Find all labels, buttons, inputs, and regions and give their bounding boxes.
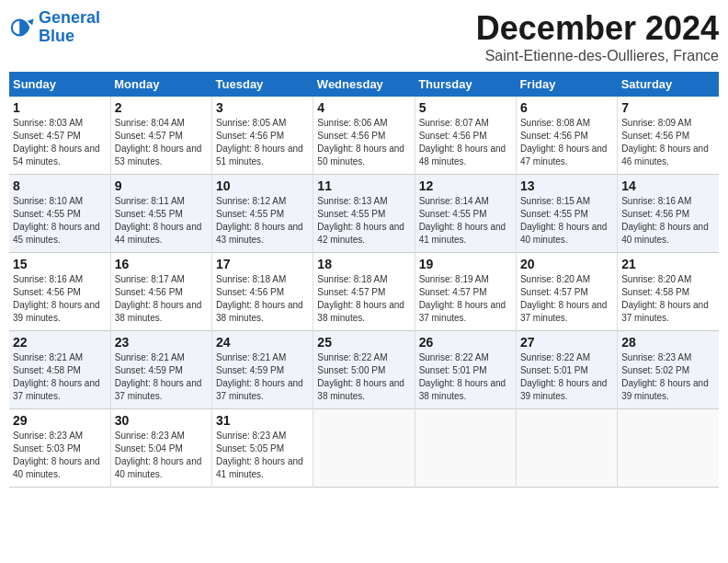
day-number: 24 — [216, 335, 309, 350]
day-cell: 12 Sunrise: 8:14 AM Sunset: 4:55 PM Dayl… — [415, 175, 516, 253]
sunrise: Sunrise: 8:16 AM — [13, 273, 107, 286]
sunrise: Sunrise: 8:22 AM — [317, 351, 410, 364]
daylight: Daylight: 8 hours and 41 minutes. — [216, 455, 309, 481]
header-sunday: Sunday — [9, 72, 110, 97]
daylight: Daylight: 8 hours and 37 minutes. — [419, 299, 512, 325]
day-info: Sunrise: 8:04 AM Sunset: 4:57 PM Dayligh… — [115, 117, 208, 168]
sunset: Sunset: 5:03 PM — [13, 442, 107, 455]
day-cell: 20 Sunrise: 8:20 AM Sunset: 4:57 PM Dayl… — [516, 253, 617, 331]
sunrise: Sunrise: 8:08 AM — [520, 117, 613, 130]
sunset: Sunset: 4:56 PM — [216, 130, 309, 143]
week-row-1: 1 Sunrise: 8:03 AM Sunset: 4:57 PM Dayli… — [9, 97, 719, 175]
daylight: Daylight: 8 hours and 40 minutes. — [13, 455, 107, 481]
day-info: Sunrise: 8:09 AM Sunset: 4:56 PM Dayligh… — [621, 117, 715, 168]
day-number: 20 — [520, 257, 613, 271]
day-number: 7 — [621, 100, 715, 115]
sunset: Sunset: 4:55 PM — [520, 208, 613, 221]
daylight: Daylight: 8 hours and 50 minutes. — [317, 143, 410, 168]
daylight: Daylight: 8 hours and 39 minutes. — [621, 377, 715, 403]
day-number: 15 — [13, 257, 107, 271]
sunset: Sunset: 4:55 PM — [115, 208, 208, 221]
daylight: Daylight: 8 hours and 45 minutes. — [13, 221, 107, 247]
day-cell: 28 Sunrise: 8:23 AM Sunset: 5:02 PM Dayl… — [618, 331, 719, 409]
day-info: Sunrise: 8:06 AM Sunset: 4:56 PM Dayligh… — [317, 117, 410, 168]
sunrise: Sunrise: 8:20 AM — [621, 273, 715, 286]
sunset: Sunset: 4:59 PM — [115, 364, 208, 377]
daylight: Daylight: 8 hours and 46 minutes. — [621, 143, 715, 168]
sunrise: Sunrise: 8:10 AM — [13, 195, 107, 208]
day-cell: 11 Sunrise: 8:13 AM Sunset: 4:55 PM Dayl… — [313, 175, 415, 253]
sunrise: Sunrise: 8:17 AM — [115, 273, 208, 286]
day-info: Sunrise: 8:21 AM Sunset: 4:59 PM Dayligh… — [216, 351, 309, 403]
sunrise: Sunrise: 8:07 AM — [419, 117, 512, 130]
location-title: Saint-Etienne-des-Oullieres, France — [476, 48, 719, 64]
sunset: Sunset: 4:58 PM — [13, 364, 107, 377]
daylight: Daylight: 8 hours and 43 minutes. — [216, 221, 309, 247]
daylight: Daylight: 8 hours and 41 minutes. — [419, 221, 512, 247]
title-section: December 2024 Saint-Etienne-des-Oulliere… — [476, 9, 719, 64]
sunset: Sunset: 4:57 PM — [419, 286, 512, 299]
sunrise: Sunrise: 8:19 AM — [419, 273, 512, 286]
day-info: Sunrise: 8:23 AM Sunset: 5:02 PM Dayligh… — [621, 351, 715, 403]
daylight: Daylight: 8 hours and 38 minutes. — [317, 299, 410, 325]
sunrise: Sunrise: 8:20 AM — [520, 273, 613, 286]
day-cell: 18 Sunrise: 8:18 AM Sunset: 4:57 PM Dayl… — [313, 253, 415, 331]
day-info: Sunrise: 8:18 AM Sunset: 4:56 PM Dayligh… — [216, 273, 309, 325]
daylight: Daylight: 8 hours and 37 minutes. — [520, 299, 613, 325]
day-cell: 9 Sunrise: 8:11 AM Sunset: 4:55 PM Dayli… — [110, 175, 211, 253]
day-info: Sunrise: 8:16 AM Sunset: 4:56 PM Dayligh… — [621, 195, 715, 247]
day-number: 5 — [419, 100, 512, 115]
header-saturday: Saturday — [618, 72, 719, 97]
header-row: SundayMondayTuesdayWednesdayThursdayFrid… — [9, 72, 719, 97]
day-number: 18 — [317, 257, 410, 271]
month-title: December 2024 — [476, 9, 719, 48]
daylight: Daylight: 8 hours and 37 minutes. — [216, 377, 309, 403]
daylight: Daylight: 8 hours and 38 minutes. — [317, 377, 410, 403]
daylight: Daylight: 8 hours and 40 minutes. — [520, 221, 613, 247]
sunset: Sunset: 4:56 PM — [13, 286, 107, 299]
sunrise: Sunrise: 8:21 AM — [13, 351, 107, 364]
sunset: Sunset: 4:56 PM — [216, 286, 309, 299]
day-cell: 29 Sunrise: 8:23 AM Sunset: 5:03 PM Dayl… — [9, 409, 110, 488]
day-cell: 4 Sunrise: 8:06 AM Sunset: 4:56 PM Dayli… — [313, 97, 415, 175]
sunrise: Sunrise: 8:18 AM — [216, 273, 309, 286]
day-number: 30 — [115, 413, 208, 428]
sunset: Sunset: 4:57 PM — [13, 130, 107, 143]
day-cell: 30 Sunrise: 8:23 AM Sunset: 5:04 PM Dayl… — [110, 409, 211, 488]
sunset: Sunset: 4:56 PM — [317, 130, 410, 143]
day-cell: 7 Sunrise: 8:09 AM Sunset: 4:56 PM Dayli… — [618, 97, 719, 175]
daylight: Daylight: 8 hours and 47 minutes. — [520, 143, 613, 168]
day-number: 13 — [520, 178, 613, 193]
page-container: General Blue December 2024 Saint-Etienne… — [9, 9, 719, 488]
day-number: 8 — [13, 178, 107, 193]
day-number: 28 — [621, 335, 715, 350]
daylight: Daylight: 8 hours and 39 minutes. — [520, 377, 613, 403]
day-info: Sunrise: 8:07 AM Sunset: 4:56 PM Dayligh… — [419, 117, 512, 168]
day-info: Sunrise: 8:22 AM Sunset: 5:00 PM Dayligh… — [317, 351, 410, 403]
sunrise: Sunrise: 8:15 AM — [520, 195, 613, 208]
daylight: Daylight: 8 hours and 44 minutes. — [115, 221, 208, 247]
sunrise: Sunrise: 8:13 AM — [317, 195, 410, 208]
sunset: Sunset: 5:02 PM — [621, 364, 715, 377]
sunrise: Sunrise: 8:06 AM — [317, 117, 410, 130]
day-number: 29 — [13, 413, 107, 428]
day-cell: 14 Sunrise: 8:16 AM Sunset: 4:56 PM Dayl… — [618, 175, 719, 253]
day-cell — [415, 409, 516, 488]
daylight: Daylight: 8 hours and 38 minutes. — [419, 377, 512, 403]
sunset: Sunset: 4:56 PM — [419, 130, 512, 143]
day-info: Sunrise: 8:05 AM Sunset: 4:56 PM Dayligh… — [216, 117, 309, 168]
daylight: Daylight: 8 hours and 37 minutes. — [621, 299, 715, 325]
day-number: 4 — [317, 100, 410, 115]
daylight: Daylight: 8 hours and 42 minutes. — [317, 221, 410, 247]
day-info: Sunrise: 8:22 AM Sunset: 5:01 PM Dayligh… — [520, 351, 613, 403]
day-cell: 16 Sunrise: 8:17 AM Sunset: 4:56 PM Dayl… — [110, 253, 211, 331]
sunrise: Sunrise: 8:21 AM — [216, 351, 309, 364]
sunset: Sunset: 4:55 PM — [13, 208, 107, 221]
daylight: Daylight: 8 hours and 38 minutes. — [115, 299, 208, 325]
sunset: Sunset: 4:55 PM — [419, 208, 512, 221]
sunset: Sunset: 4:57 PM — [520, 286, 613, 299]
day-cell: 27 Sunrise: 8:22 AM Sunset: 5:01 PM Dayl… — [516, 331, 617, 409]
sunrise: Sunrise: 8:21 AM — [115, 351, 208, 364]
sunrise: Sunrise: 8:12 AM — [216, 195, 309, 208]
header-wednesday: Wednesday — [313, 72, 415, 97]
